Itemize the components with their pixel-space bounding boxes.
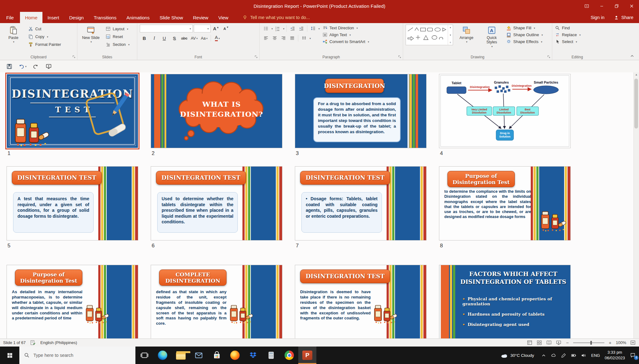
taskbar-app-store[interactable] (208, 347, 226, 364)
shape-effects-button[interactable]: Shape Effects▾ (506, 39, 543, 44)
onedrive-icon[interactable] (551, 352, 557, 358)
paragraph-dialog-launcher[interactable] (398, 55, 402, 59)
slide-thumbnail-4[interactable]: Tablet Granules Small Particles Disinteg… (439, 74, 570, 148)
scrollbar-thumb[interactable] (634, 79, 638, 129)
share-button[interactable]: Share (614, 15, 633, 20)
select-button[interactable]: Select▾ (555, 39, 581, 44)
ribbon-tab-insert[interactable]: Insert (42, 12, 64, 23)
ribbon-tab-view[interactable]: View (213, 12, 233, 23)
taskbar-app-calculator[interactable] (262, 347, 280, 364)
battery-icon[interactable] (571, 352, 577, 358)
find-button[interactable]: Find (555, 25, 581, 31)
bold-button[interactable]: B (140, 34, 149, 42)
underline-button[interactable]: U (160, 34, 169, 42)
italic-button[interactable]: I (150, 34, 159, 42)
shape-outline-button[interactable]: Shape Outline▾ (506, 32, 543, 37)
line-spacing-button[interactable] (309, 25, 317, 32)
scroll-up-arrow[interactable]: ▲ (634, 73, 639, 76)
character-spacing-button[interactable]: AV▾ (190, 34, 199, 42)
clock[interactable]: 3:33 pm 06/02/2023 (605, 350, 625, 361)
minimize-button[interactable] (594, 0, 609, 12)
section-button[interactable]: Section▾ (104, 41, 131, 48)
slide-thumbnail-6[interactable]: DISINTEGRATION TEST Used to determine wh… (151, 167, 282, 240)
align-text-button[interactable]: Align Text▾ (322, 32, 369, 37)
align-left-button[interactable] (262, 34, 270, 42)
taskbar-app-chrome[interactable] (280, 347, 298, 364)
taskbar-search[interactable]: Type here to search (19, 347, 135, 364)
clear-formatting-button[interactable]: A (232, 25, 241, 32)
numbering-button[interactable]: 123 (274, 25, 281, 32)
zoom-slider[interactable] (573, 342, 604, 343)
align-right-button[interactable] (280, 34, 287, 42)
increase-indent-button[interactable] (297, 25, 305, 32)
ribbon-tab-design[interactable]: Design (64, 12, 89, 23)
ribbon-display-options-button[interactable] (579, 0, 594, 12)
reset-button[interactable]: Reset (104, 33, 131, 40)
new-slide-button[interactable]: New Slide ▾ (80, 25, 102, 45)
slide-thumbnail-8[interactable]: Purpose of Disintegration Test to determ… (439, 167, 570, 240)
change-case-button[interactable]: Aa▾ (200, 34, 209, 42)
fit-to-window-button[interactable] (630, 340, 636, 346)
shape-fill-button[interactable]: Shape Fill▾ (506, 25, 543, 31)
redo-button[interactable] (30, 62, 41, 71)
slide-thumbnail-1[interactable]: DISINTEGRATION TEST (7, 74, 138, 148)
vertical-scrollbar[interactable]: ▲ (633, 72, 639, 338)
tray-expand-icon[interactable] (541, 352, 547, 358)
bullets-button[interactable] (262, 25, 270, 32)
copy-button[interactable]: Copy▾ (27, 33, 62, 40)
clipboard-dialog-launcher[interactable] (72, 55, 76, 59)
zoom-out-button[interactable]: − (565, 340, 569, 345)
shapes-gallery[interactable]: ▴▾≡ (406, 25, 453, 45)
language-button[interactable]: ENG (591, 353, 601, 358)
zoom-in-button[interactable]: + (608, 340, 612, 345)
quick-styles-button[interactable]: A Quick Styles▾ (480, 25, 504, 49)
format-painter-button[interactable]: Format Painter (27, 41, 62, 48)
justify-button[interactable] (288, 34, 296, 42)
shapes-gallery-scroll[interactable]: ▴▾≡ (448, 25, 453, 45)
sign-in-link[interactable]: Sign in (591, 15, 604, 20)
slideshow-view-button[interactable] (556, 340, 562, 346)
reading-view-button[interactable] (546, 340, 552, 346)
taskbar-app-mail[interactable] (190, 347, 208, 364)
convert-to-smartart-button[interactable]: Convert to SmartArt▾ (322, 39, 369, 44)
task-view-button[interactable] (135, 347, 154, 364)
decrease-indent-button[interactable] (289, 25, 296, 32)
zoom-percentage[interactable]: 100% (616, 340, 626, 345)
spell-check-icon[interactable] (30, 340, 36, 346)
font-dialog-launcher[interactable] (254, 55, 258, 59)
close-button[interactable] (624, 0, 639, 12)
weather-widget[interactable]: 30°C Cloudy (498, 351, 537, 359)
slide-thumbnail-10[interactable]: COMPLETE DISINTEGRATION defined as that … (151, 265, 282, 338)
ribbon-tab-transitions[interactable]: Transitions (89, 12, 121, 23)
align-center-button[interactable] (271, 34, 279, 42)
arrange-button[interactable]: Arrange▾ (456, 25, 477, 45)
taskbar-app-powerpoint[interactable]: P (298, 347, 316, 364)
collapse-ribbon-button[interactable] (630, 54, 635, 59)
slide-thumbnail-9[interactable]: Purpose of Disintegration Test As detail… (7, 265, 138, 338)
zoom-slider-thumb[interactable] (590, 341, 592, 345)
slide-thumbnail-3[interactable]: DISINTEGRATION For a drug to be absorbed… (295, 74, 426, 148)
action-center-button[interactable]: 4 (629, 352, 637, 359)
start-button[interactable] (0, 347, 19, 364)
taskbar-app-dropbox[interactable] (244, 347, 262, 364)
slide-thumbnail-5[interactable]: DISINTEGRATION TEST A test that measures… (7, 167, 138, 240)
save-button[interactable] (4, 62, 15, 71)
restore-button[interactable] (609, 0, 624, 12)
font-color-button[interactable]: A▾ (213, 34, 222, 42)
text-direction-button[interactable]: Text Direction▾ (322, 25, 369, 31)
ribbon-tab-home[interactable]: Home (20, 12, 42, 23)
columns-button[interactable] (300, 34, 308, 42)
slide-thumbnail-11[interactable]: DISINTEGRATION TEST Disintegration is de… (295, 265, 426, 338)
normal-view-button[interactable] (527, 340, 533, 346)
ribbon-tab-slide-show[interactable]: Slide Show (154, 12, 188, 23)
volume-icon[interactable] (581, 352, 587, 358)
start-from-beginning-button[interactable] (43, 62, 54, 71)
ribbon-tab-review[interactable]: Review (188, 12, 213, 23)
language-indicator[interactable]: English (Philippines) (40, 340, 77, 345)
undo-button[interactable]: ▾ (17, 62, 28, 71)
paste-button[interactable]: Paste ▾ (2, 25, 24, 45)
ribbon-tab-animations[interactable]: Animations (121, 12, 154, 23)
font-name-combo[interactable]: ▾ (140, 25, 193, 32)
taskbar-app-file-explorer[interactable] (172, 347, 190, 364)
pen-icon[interactable] (561, 352, 567, 358)
